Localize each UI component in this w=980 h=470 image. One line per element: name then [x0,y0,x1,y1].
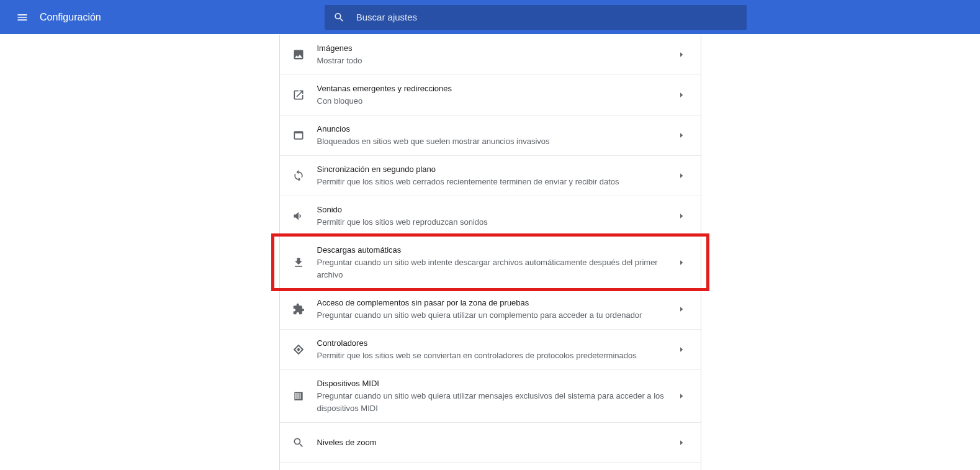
settings-card: ImágenesMostrar todoVentanas emergentes … [279,35,701,470]
settings-row-body: ControladoresPermitir que los sitios web… [317,337,676,362]
chevron-right-icon [676,346,688,353]
settings-row-title: Anuncios [317,123,666,135]
hamburger-icon [16,11,29,24]
settings-row-title: Descargas automáticas [317,244,666,256]
sync-icon [292,169,305,182]
app-header: Configuración [0,0,980,34]
settings-row-body: Acceso de complementos sin pasar por la … [317,297,676,322]
settings-row[interactable]: Ventanas emergentes y redireccionesCon b… [280,75,701,115]
settings-row-title: Sincronización en segundo plano [317,163,666,176]
handlers-icon [292,343,305,356]
settings-row-subtitle: Permitir que los sitios web se convierta… [317,350,666,362]
chevron-right-icon [676,92,688,98]
settings-row-subtitle: Permitir que los sitios web reproduzcan … [317,216,666,228]
settings-row-subtitle: Preguntar cuando un sitio web quiera uti… [317,309,666,322]
settings-row[interactable]: Dispositivos MIDIPreguntar cuando un sit… [280,369,701,422]
settings-row-subtitle: Mostrar todo [317,55,666,67]
settings-row-highlighted[interactable]: Descargas automáticasPreguntar cuando un… [280,236,701,289]
midi-icon [292,390,305,402]
extension-icon [292,303,305,315]
settings-row[interactable]: ImágenesMostrar todo [280,35,701,75]
zoom-icon [292,436,305,449]
settings-row-title: Niveles de zoom [317,436,666,449]
menu-button[interactable] [10,5,35,30]
settings-row[interactable]: Sincronización en segundo planoPermitir … [280,155,701,196]
content-area: ImágenesMostrar todoVentanas emergentes … [0,34,980,470]
settings-row-body: SonidoPermitir que los sitios web reprod… [317,204,676,228]
settings-row-subtitle: Con bloqueo [317,95,666,107]
settings-row-subtitle: Preguntar cuando un sitio web quiera uti… [317,390,666,415]
settings-row-subtitle: Bloqueados en sitios web que suelen most… [317,135,666,148]
settings-row-subtitle: Permitir que los sitios web cerrados rec… [317,176,666,188]
page-title: Configuración [40,12,101,23]
chevron-right-icon [676,132,688,138]
settings-row[interactable]: Dispositivos USBPreguntar cuando un siti… [280,462,701,470]
settings-row-body: Niveles de zoom [317,436,676,449]
search-box[interactable] [325,5,747,30]
search-input[interactable] [356,12,738,22]
settings-row-body: Descargas automáticasPreguntar cuando un… [317,244,676,281]
settings-row[interactable]: AnunciosBloqueados en sitios web que sue… [280,115,701,155]
settings-row-title: Ventanas emergentes y redirecciones [317,83,666,95]
launch-icon [292,89,305,101]
settings-row[interactable]: Acceso de complementos sin pasar por la … [280,289,701,329]
tab-icon [292,129,305,142]
settings-row-body: Dispositivos MIDIPreguntar cuando un sit… [317,377,676,415]
settings-row-body: Sincronización en segundo planoPermitir … [317,163,676,188]
chevron-right-icon [676,393,688,399]
settings-row[interactable]: SonidoPermitir que los sitios web reprod… [280,196,701,236]
settings-row-subtitle: Preguntar cuando un sitio web intente de… [317,256,666,281]
settings-row-title: Acceso de complementos sin pasar por la … [317,297,666,309]
settings-row-title: Imágenes [317,42,666,55]
chevron-right-icon [676,173,688,179]
settings-row-title: Sonido [317,204,666,216]
download-icon [292,256,305,269]
sound-icon [292,210,305,222]
settings-row[interactable]: Niveles de zoom [280,422,701,462]
chevron-right-icon [676,260,688,266]
settings-row-title: Dispositivos MIDI [317,377,666,390]
settings-row-body: ImágenesMostrar todo [317,42,676,67]
settings-row-title: Controladores [317,337,666,350]
search-wrap [101,5,970,30]
chevron-right-icon [676,213,688,219]
chevron-right-icon [676,440,688,446]
image-icon [292,48,305,61]
settings-row[interactable]: ControladoresPermitir que los sitios web… [280,329,701,369]
settings-row-body: Ventanas emergentes y redireccionesCon b… [317,83,676,107]
chevron-right-icon [676,306,688,312]
search-icon [333,11,345,24]
chevron-right-icon [676,52,688,58]
settings-row-body: AnunciosBloqueados en sitios web que sue… [317,123,676,148]
